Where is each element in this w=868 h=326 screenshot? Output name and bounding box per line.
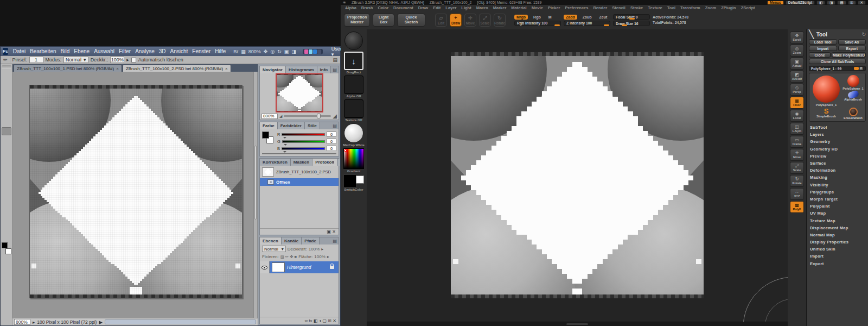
layer-visibility-toggle[interactable] <box>260 261 270 273</box>
recent-tool-thumbnail[interactable]: PolySphere_1 <box>843 75 864 90</box>
brush-preset-icon[interactable]: ✏ <box>3 57 8 62</box>
tab-korrekturen[interactable]: Korrekturen <box>260 159 291 166</box>
photoshop-canvas[interactable] <box>12 72 258 318</box>
view-extras-icon[interactable]: ▦ <box>241 49 246 54</box>
subpalette-item[interactable]: Masking <box>809 174 866 181</box>
navigator-preview[interactable] <box>277 74 322 111</box>
menu-item[interactable]: Ebene <box>72 48 92 54</box>
history-brush-tool[interactable] <box>2 143 11 152</box>
bridge-icon[interactable]: Br <box>233 49 238 54</box>
subpalette-item[interactable]: UV Map <box>809 210 866 217</box>
subpalette-item[interactable]: Surface <box>809 160 866 167</box>
status-zoom-field[interactable]: 800% <box>14 319 30 325</box>
close-icon[interactable]: ✕ <box>858 1 866 5</box>
subpalette-item[interactable]: Displacement Map <box>809 224 866 231</box>
shape-tool[interactable] <box>2 209 11 217</box>
edit-mode-button[interactable]: ▱Edit <box>435 14 447 27</box>
stroke-selector[interactable]: ↓ <box>344 52 363 70</box>
menu-item[interactable]: Texture <box>648 5 662 10</box>
import-button[interactable]: Import <box>809 46 837 51</box>
alt-color-swatch[interactable] <box>356 175 364 184</box>
tab-ebenen[interactable]: Ebenen <box>260 237 282 244</box>
cs-live-buttons[interactable] <box>303 49 323 54</box>
workspace-user-dropdown[interactable]: User ▾ <box>331 46 342 57</box>
light-box-button[interactable]: Light Box <box>373 14 394 26</box>
export-button[interactable]: Export <box>838 46 866 51</box>
foreground-color-swatch[interactable] <box>2 242 8 248</box>
draw-mode-button[interactable]: +Draw <box>450 14 462 27</box>
panel-toggle-icon[interactable]: ▤ <box>333 57 337 62</box>
color-spectrum-bar[interactable] <box>262 153 336 154</box>
channel-slider[interactable] <box>282 140 325 143</box>
hand-icon[interactable]: ✥ <box>264 49 268 54</box>
subpalette-item[interactable]: Polypaint <box>809 203 866 210</box>
tab-protokoll[interactable]: Protokoll <box>312 159 337 166</box>
blur-tool[interactable] <box>2 168 11 176</box>
brush-size-picker[interactable]: 1 <box>29 57 43 63</box>
menu-item[interactable]: Movie <box>532 5 543 10</box>
zoom-out-icon[interactable]: ◢ <box>279 114 282 118</box>
channel-slider[interactable] <box>282 133 325 136</box>
r-button[interactable]: R <box>859 66 864 71</box>
layer-blend-mode-select[interactable]: Normal▾ <box>262 246 286 252</box>
brush-selector[interactable] <box>344 32 363 50</box>
subpalette-item[interactable]: Morph Target <box>809 196 866 203</box>
save-as-button[interactable]: Save As <box>838 39 866 45</box>
menu-item[interactable]: Light <box>461 5 471 10</box>
m-toggle[interactable]: M <box>546 15 554 20</box>
tab-kanaele[interactable]: Kanäle <box>282 237 302 244</box>
divider-right-icon[interactable]: ◨ <box>827 1 835 5</box>
alpha-brush-thumbnail[interactable]: AlphaBrush <box>843 90 864 101</box>
tab-stile[interactable]: Stile <box>305 122 320 129</box>
subpalette-item[interactable]: Geometry <box>809 138 866 145</box>
zoom-level-select[interactable]: 800% <box>248 49 261 54</box>
tab-masken[interactable]: Masken <box>291 159 312 166</box>
subpalette-item[interactable]: Normal Map <box>809 231 866 239</box>
channel-value-field[interactable]: 0 <box>327 139 336 144</box>
menu-item[interactable]: Alpha <box>345 5 356 10</box>
tab-histogramm[interactable]: Histogramm <box>286 66 317 73</box>
rgb-toggle[interactable]: Rgb <box>531 15 543 20</box>
menu-item[interactable]: Tool <box>667 5 675 10</box>
menu-item[interactable]: Edit <box>433 5 441 10</box>
lasso-tool[interactable] <box>2 86 11 95</box>
move-mode-button[interactable]: ✛Move <box>464 14 476 27</box>
lock-icon[interactable]: ⚿ <box>848 1 856 5</box>
flaeche-value[interactable]: 100% <box>314 254 325 259</box>
switch-color[interactable] <box>343 174 364 187</box>
toolbar-grip[interactable] <box>2 65 11 69</box>
menu-item[interactable]: Stencil <box>612 5 626 10</box>
menu-item[interactable]: ZScript <box>741 5 755 10</box>
rotate-mode-button[interactable]: ↻Rotate <box>494 14 506 27</box>
channel-value-field[interactable]: 0 <box>327 131 336 137</box>
subpalette-item[interactable]: Polygroups <box>809 189 866 196</box>
menu-item[interactable]: Hilfe <box>213 48 228 54</box>
document-image[interactable] <box>451 52 704 298</box>
quick-selection-tool[interactable] <box>2 95 11 103</box>
path-select-tool[interactable] <box>2 200 11 209</box>
subpalette-item[interactable]: Deformation <box>809 167 866 174</box>
projection-master-button[interactable]: Projection Master <box>344 14 370 26</box>
crop-tool[interactable] <box>2 103 11 111</box>
hand-tool[interactable] <box>2 225 11 233</box>
menu-item[interactable]: Brush <box>361 5 373 10</box>
tab-farbfelder[interactable]: Farbfelder <box>278 122 305 129</box>
menu-item[interactable]: Marker <box>493 5 507 10</box>
menu-item[interactable]: Datei <box>11 48 28 54</box>
subpalette-item[interactable]: Unified Skin <box>809 246 866 253</box>
palette-icon[interactable]: ▤ <box>837 1 846 5</box>
document-tab-1[interactable]: ZBrush_TTT_100x100_1.PSD bei 800% (RGB/8… <box>14 65 122 72</box>
menu-item[interactable]: Layer <box>445 5 456 10</box>
clone-stamp-tool[interactable] <box>2 135 11 143</box>
zoom-tool[interactable] <box>2 233 11 241</box>
subpalette-item[interactable]: Import <box>809 253 866 260</box>
menu-item[interactable]: Zoom <box>705 5 716 10</box>
3d-rotate-tool[interactable] <box>2 217 11 225</box>
history-step-row[interactable]: ≡ Öffnen <box>260 178 339 186</box>
z-intensity-slider[interactable]: Z Intensity 100 <box>564 21 610 26</box>
tab-aktionen[interactable]: Aktionen <box>337 159 340 166</box>
rotate-view-icon[interactable]: ↻ <box>277 49 282 54</box>
move-tool[interactable] <box>2 70 11 78</box>
history-footer-icons[interactable]: ▣ ✕ <box>327 229 336 234</box>
divider-left-icon[interactable]: ◧ <box>816 1 825 5</box>
